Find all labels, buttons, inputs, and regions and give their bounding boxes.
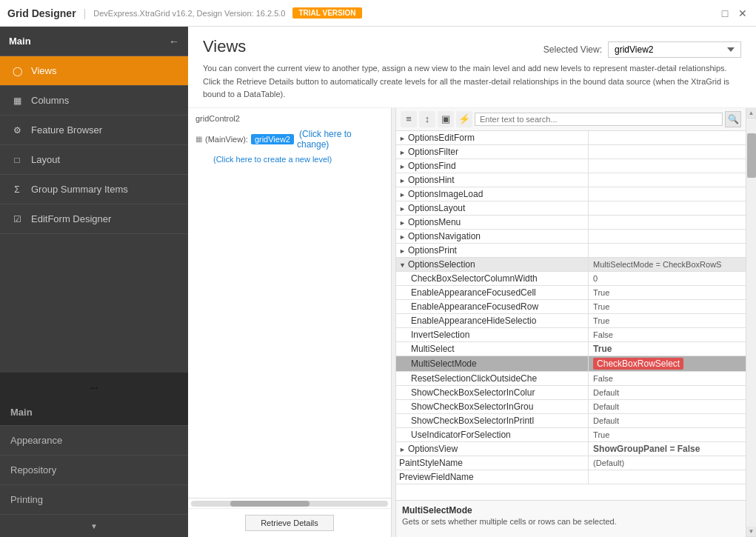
prop-value-cell[interactable]: True <box>589 427 746 441</box>
prop-value-cell[interactable]: ShowGroupPanel = False <box>589 441 746 456</box>
sidebar-item-feature-browser[interactable]: ⚙ Feature Browser <box>0 116 188 145</box>
table-row[interactable]: ResetSelectionClickOutsideCheFalse <box>396 371 746 385</box>
table-row[interactable]: EnableAppearanceFocusedRowTrue <box>396 299 746 313</box>
scroll-down-btn[interactable]: ▼ <box>746 527 756 537</box>
prop-value-cell[interactable] <box>589 215 746 229</box>
expand-icon[interactable]: ▼ <box>399 261 406 269</box>
table-row[interactable]: ►OptionsHint <box>396 173 746 187</box>
prop-value-cell[interactable]: 0 <box>589 271 746 285</box>
prop-value-cell[interactable]: MultiSelectMode = CheckBoxRowS <box>589 257 746 271</box>
scroll-thumb[interactable] <box>747 133 756 178</box>
content-body: gridControl2 ▦ (MainView): gridView2 (Cl… <box>188 108 756 537</box>
scroll-track[interactable] <box>746 119 756 527</box>
expand-icon[interactable]: ► <box>399 205 406 213</box>
props-search-input[interactable] <box>475 113 723 126</box>
expand-icon[interactable]: ► <box>399 135 406 142</box>
prop-value-cell[interactable] <box>589 201 746 215</box>
prop-value-cell[interactable]: True <box>589 341 746 356</box>
table-row[interactable]: UseIndicatorForSelectionTrue <box>396 427 746 441</box>
prop-value-cell[interactable] <box>589 229 746 243</box>
props-grid-btn[interactable]: ▣ <box>438 111 454 127</box>
tree-click-change-link[interactable]: (Click here to change) <box>297 129 384 150</box>
sidebar-back-icon[interactable]: ← <box>169 36 179 47</box>
scroll-up-btn[interactable]: ▲ <box>746 108 756 119</box>
props-lightning-btn[interactable]: ⚡ <box>456 111 472 127</box>
prop-name-cell: ►OptionsFilter <box>396 144 589 159</box>
sidebar-item-editform[interactable]: ☑ EditForm Designer <box>0 204 188 234</box>
table-row[interactable]: ShowCheckBoxSelectorInGrouDefault <box>396 399 746 413</box>
table-row[interactable]: EnableAppearanceHideSelectioTrue <box>396 313 746 327</box>
prop-value-cell[interactable] <box>589 470 746 484</box>
expand-icon[interactable]: ► <box>399 163 406 170</box>
tree-gridview2-label[interactable]: gridView2 <box>251 134 294 144</box>
selected-view-select[interactable]: gridView2 gridView1 <box>608 41 741 58</box>
table-row[interactable]: ►OptionsFind <box>396 159 746 173</box>
table-row[interactable]: ►OptionsLayout <box>396 201 746 215</box>
app-version: DevExpress.XtraGrid v16.2, Design Versio… <box>93 9 285 18</box>
table-row[interactable]: ►OptionsPrint <box>396 243 746 257</box>
prop-value-cell[interactable]: CheckBoxRowSelect <box>589 356 746 371</box>
table-row[interactable]: EnableAppearanceFocusedCellTrue <box>396 285 746 299</box>
table-row[interactable]: InvertSelectionFalse <box>396 327 746 341</box>
sidebar-item-repository[interactable]: Repository <box>0 456 188 485</box>
prop-value-cell[interactable]: (Default) <box>589 456 746 470</box>
expand-icon[interactable]: ► <box>399 177 406 184</box>
props-sort2-btn[interactable]: ↕ <box>419 111 435 127</box>
table-row[interactable]: PreviewFieldName <box>396 470 746 484</box>
prop-name: OptionsLayout <box>408 203 465 213</box>
expand-icon[interactable]: ► <box>399 446 406 453</box>
tree-scrollbar-thumb[interactable] <box>230 501 309 507</box>
table-row[interactable]: ►OptionsViewShowGroupPanel = False <box>396 441 746 456</box>
table-row[interactable]: ►OptionsImageLoad <box>396 187 746 201</box>
retrieve-details-button[interactable]: Retrieve Details <box>245 515 334 531</box>
prop-value-cell[interactable]: True <box>589 285 746 299</box>
prop-value-cell[interactable]: Default <box>589 413 746 427</box>
minimize-button[interactable]: □ <box>719 7 731 19</box>
prop-name: EnableAppearanceFocusedRow <box>411 301 538 312</box>
table-row[interactable]: ShowCheckBoxSelectorInPrintlDefault <box>396 413 746 427</box>
expand-icon[interactable]: ► <box>399 191 406 199</box>
table-row[interactable]: ▼OptionsSelectionMultiSelectMode = Check… <box>396 257 746 271</box>
sidebar-item-layout[interactable]: □ Layout <box>0 145 188 175</box>
sidebar-header: Main ← <box>0 27 188 56</box>
sidebar-item-group-summary[interactable]: Σ Group Summary Items <box>0 175 188 204</box>
sidebar-item-views[interactable]: ◯ Views <box>0 56 188 86</box>
prop-value-cell[interactable]: False <box>589 371 746 385</box>
table-row[interactable]: MultiSelectTrue <box>396 341 746 356</box>
prop-value-cell[interactable] <box>589 173 746 187</box>
prop-value-cell[interactable] <box>589 159 746 173</box>
table-row[interactable]: ►OptionsEditForm <box>396 131 746 145</box>
expand-icon[interactable]: ► <box>399 233 406 241</box>
expand-icon[interactable]: ► <box>399 219 406 227</box>
expand-icon[interactable]: ► <box>399 247 406 255</box>
table-row[interactable]: CheckBoxSelectorColumnWidth0 <box>396 271 746 285</box>
highlight-value: CheckBoxRowSelect <box>593 358 683 370</box>
tree-click-create-link[interactable]: (Click here to create a new level) <box>213 155 332 164</box>
sidebar-item-columns[interactable]: ▦ Columns <box>0 86 188 116</box>
prop-value-cell[interactable] <box>589 243 746 257</box>
close-button[interactable]: ✕ <box>737 7 749 19</box>
vertical-scrollbar[interactable]: ▲ ▼ <box>746 108 756 537</box>
prop-value-cell[interactable] <box>589 144 746 159</box>
table-row[interactable]: PaintStyleName(Default) <box>396 456 746 470</box>
sidebar-bottom-expand[interactable]: ▼ <box>0 515 188 537</box>
prop-value-cell[interactable]: False <box>589 327 746 341</box>
props-search-button[interactable]: 🔍 <box>725 111 741 127</box>
table-row[interactable]: ►OptionsNavigation <box>396 229 746 243</box>
prop-name: PreviewFieldName <box>399 472 474 482</box>
expand-icon[interactable]: ► <box>399 149 406 156</box>
sidebar-item-appearance[interactable]: Appearance <box>0 426 188 456</box>
prop-value-cell[interactable]: Default <box>589 385 746 399</box>
prop-value-cell[interactable]: Default <box>589 399 746 413</box>
prop-value-cell[interactable]: True <box>589 313 746 327</box>
table-row[interactable]: MultiSelectModeCheckBoxRowSelect <box>396 356 746 371</box>
prop-value-cell[interactable] <box>589 131 746 145</box>
sidebar-item-printing[interactable]: Printing <box>0 485 188 515</box>
prop-value-cell[interactable] <box>589 187 746 201</box>
table-row[interactable]: ►OptionsFilter <box>396 144 746 159</box>
tree-horizontal-scrollbar[interactable] <box>188 498 391 508</box>
table-row[interactable]: ►OptionsMenu <box>396 215 746 229</box>
props-sort-btn[interactable]: ≡ <box>401 111 417 127</box>
prop-value-cell[interactable]: True <box>589 299 746 313</box>
table-row[interactable]: ShowCheckBoxSelectorInColurDefault <box>396 385 746 399</box>
